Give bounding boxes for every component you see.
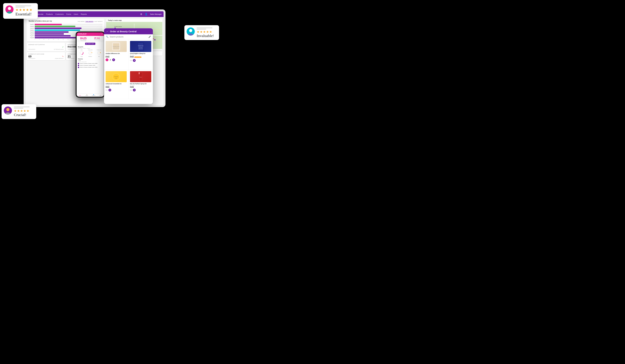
user-icon[interactable]: 👤: [145, 13, 148, 15]
product-qty-row-2: Qty +: [106, 89, 127, 91]
svg-point-44: [189, 29, 192, 32]
review-line: [197, 29, 206, 29]
phone-shell: Tuesday, 30 July Yacan clocked in ⋯ ✕ 0h…: [76, 31, 105, 98]
search-icon: 🔍: [106, 36, 108, 38]
svg-text:Sleep Cream: Sleep Cream: [139, 48, 143, 49]
trend-icon-visits: ↘: [62, 55, 63, 57]
review-line: [14, 107, 30, 107]
qty-plus-1[interactable]: +: [133, 59, 136, 62]
qty-plus-3[interactable]: +: [133, 89, 136, 91]
phone-nav-more[interactable]: ≡More: [97, 94, 104, 96]
phone-timeline-date: Friday, 17 May 2019: [77, 61, 104, 63]
bar-row-rep003: Rep003: [29, 28, 102, 29]
product-qty-row-0: − 2 +: [106, 58, 127, 61]
phone-goal-orders-n: Orders (#) ? 183: [95, 50, 103, 57]
order-search-bar: 🔍 🎤: [104, 34, 153, 39]
svg-text:Arden: Arden: [115, 78, 117, 79]
start-visit-button[interactable]: ▶ START VISIT: [85, 43, 95, 45]
stat-avg-visit-label: Average visit duration: [28, 44, 63, 45]
product-image-3: Parfum: [130, 71, 151, 82]
product-cell-3: Parfum Eau de Parfum Spray EA Vo_ac18 R2…: [128, 70, 153, 99]
phone-rep: Yacan clocked in: [78, 34, 87, 35]
phone-stats-row: 0h25 Worked today 25 km Traveled today: [77, 36, 104, 42]
phone-stat-time: 0h25 Worked today: [78, 37, 89, 41]
product-sku-0: Km_d17: [106, 55, 127, 56]
settings-icon[interactable]: ⚙: [140, 13, 142, 15]
phone-bottom-nav: ⌂Home 📋Orders 👥Customers ≡More: [77, 93, 104, 97]
product-image-0: Elizabeth Arden Visible Difference: [106, 41, 127, 52]
review-stars-crucial: ★★★★★: [14, 109, 30, 112]
phone-timeline-item-1: Order by Champions Supplies #2929: [77, 65, 104, 66]
nav-reports[interactable]: Reports: [81, 13, 87, 15]
nav-customers[interactable]: Customers: [55, 13, 64, 15]
phone-nav-home[interactable]: ⌂Home: [77, 94, 83, 96]
product-image-2: Elizabeth Arden: [106, 71, 127, 82]
svg-text:Elizabeth Arden: Elizabeth Arden: [138, 45, 143, 46]
search-input[interactable]: [110, 36, 147, 38]
product-price-1: R450: [130, 56, 134, 58]
nav-products[interactable]: Products: [46, 13, 53, 15]
phone-top-bar: Tuesday, 30 July Yacan clocked in ⋯ ✕: [77, 32, 104, 36]
svg-text:Parfum: Parfum: [139, 77, 142, 78]
product-price-2: R899: [106, 86, 127, 88]
product-price-0: R350: [106, 56, 127, 58]
chart-filters: THIS WEEK | THIS MONTH | LAST MONTH: [78, 21, 102, 22]
svg-text:?: ?: [99, 53, 99, 54]
mic-icon[interactable]: 🎤: [149, 36, 151, 38]
phone-timeline-today: Today: [77, 60, 104, 61]
svg-text:Good Night's: Good Night's: [139, 47, 143, 48]
review-card-invaluable: ★★★★★ Invaluable!: [184, 25, 219, 40]
phone-close-icon[interactable]: ✕: [101, 33, 103, 35]
product-name-2: Advanced Ceramide EA: [106, 83, 127, 85]
svg-text:Franklin Springs: Franklin Springs: [114, 26, 122, 27]
phone-nav-customers[interactable]: 👥Customers: [90, 94, 97, 96]
nav-forms[interactable]: Forms: [66, 13, 71, 15]
phone-nav-orders[interactable]: 📋Orders: [83, 94, 90, 96]
avatar-invaluable: [187, 28, 195, 36]
order-panel-header: ← Order at Beauty Central: [104, 28, 153, 34]
map-title: Today's route map: [106, 19, 162, 22]
nav-users[interactable]: Users: [74, 13, 78, 15]
qty-value-0: 2: [109, 59, 112, 61]
low-stock-badge-1: Low in stock: [134, 56, 141, 58]
product-qty-row-1: Qty +: [130, 59, 151, 62]
nav-bar: Timeline Calendar Products Customers For…: [26, 11, 164, 17]
phone-goals-row: Visits Goal Orders (R) ? R3405m Orders (…: [77, 49, 104, 58]
svg-text:?: ?: [90, 53, 91, 54]
avatar-crucial: [4, 107, 12, 115]
phone-timeline-text-2: Order by Checkers Lifestyle Centre #3935: [80, 67, 97, 68]
product-name-3: Eau de Parfum Spray EA: [130, 83, 151, 85]
chart-header: Number of orders done per rep THIS WEEK …: [29, 20, 102, 23]
product-sku-1: Ek_ac16: [130, 55, 151, 56]
stat-visits: Number of visits done 69 ↘ THIS MONTH DO…: [27, 52, 65, 60]
qty-label-2: Qty: [106, 89, 107, 91]
review-stars-invaluable: ★★★★★: [197, 30, 214, 33]
product-sku-3: Vo_ac18: [130, 85, 151, 86]
phone-km-label: Traveled today: [92, 39, 103, 40]
qty-plus-2[interactable]: +: [108, 89, 111, 91]
phone-menu-dots[interactable]: ⋯: [99, 33, 101, 35]
chart-filter-active[interactable]: THIS MONTH: [85, 21, 93, 22]
review-line: [15, 5, 31, 6]
bar-row-rep004: Rep004: [29, 29, 102, 31]
phone-date: Tuesday, 30 July: [78, 33, 87, 34]
svg-text:Elizabeth: Elizabeth: [114, 76, 118, 77]
phone-time-label: Worked today: [78, 40, 89, 41]
product-cell-0: Elizabeth Arden Visible Difference Visib…: [104, 39, 128, 70]
qty-plus-0[interactable]: +: [112, 58, 115, 61]
order-back-button[interactable]: ←: [106, 30, 109, 33]
review-line: [14, 108, 23, 109]
review-label-essential: Essential!: [15, 12, 33, 17]
review-line: [197, 28, 213, 28]
phone-timeline-item-2: Order by Checkers Lifestyle Centre #3935: [77, 66, 104, 68]
phone-goal-orders-r: Orders (R) ? R3405m: [87, 50, 94, 57]
order-title: Order at Beauty Central: [110, 30, 136, 33]
nav-username: Sales Manager: [150, 13, 162, 15]
stat-avg-visit: Average visit duration ↗ THIS MONTH UP F…: [27, 43, 65, 51]
phone-goals-week: This week: 29 July - 4 August: [77, 48, 104, 49]
qty-minus-0[interactable]: −: [106, 58, 108, 61]
phone-stat-km: 25 km Traveled today: [92, 37, 103, 41]
phone-goal-visits: Visits Goal: [78, 50, 85, 57]
review-label-invaluable: Invaluable!: [197, 34, 214, 38]
phone-timeline-text-0: Order by Checkers Lifestyle Centre #3890: [80, 63, 97, 64]
